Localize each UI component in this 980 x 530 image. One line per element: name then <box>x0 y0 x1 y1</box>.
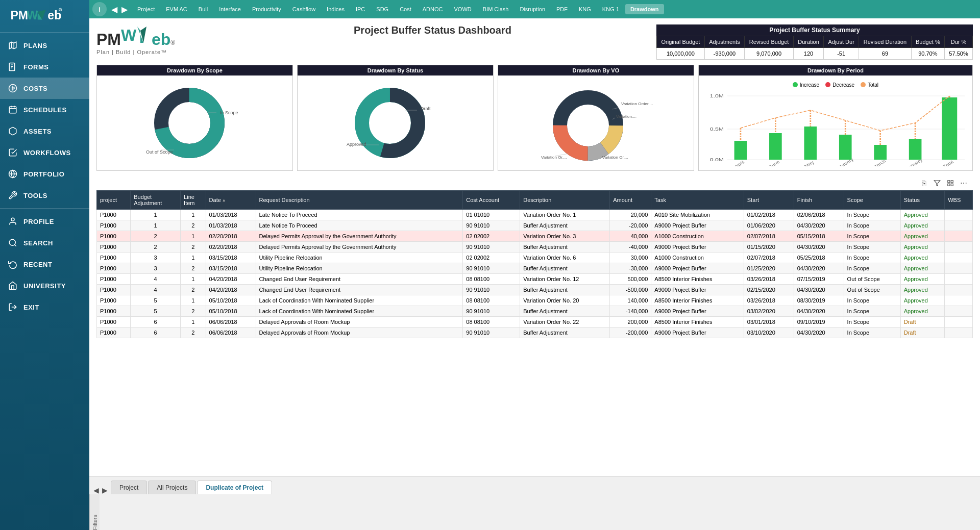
table-row[interactable]: P1000 6 2 06/06/2018 Delayed Approvals o… <box>97 327 973 338</box>
tab-drawdown[interactable]: Drawdown <box>625 4 664 14</box>
tab-productivity[interactable]: Productivity <box>247 4 286 14</box>
sidebar-item-costs[interactable]: COSTS <box>0 78 89 99</box>
th-scope[interactable]: Scope <box>844 191 900 210</box>
cell-start: 03/02/2020 <box>744 306 794 317</box>
table-row[interactable]: P1000 3 2 03/15/2018 Utility Pipeline Re… <box>97 263 973 274</box>
sidebar-item-tools[interactable]: TOOLS <box>0 185 89 206</box>
tab-bull[interactable]: Bull <box>193 4 213 14</box>
th-task[interactable]: Task <box>651 191 744 210</box>
cell-date: 02/20/2018 <box>206 231 256 242</box>
th-finish[interactable]: Finish <box>794 191 844 210</box>
table-row[interactable]: P1000 5 1 05/10/2018 Lack of Coordinatio… <box>97 295 973 306</box>
tab-vowd[interactable]: VOWD <box>449 4 477 14</box>
chart-vo-body: Variation Order.... Variation.... Variat… <box>498 75 694 170</box>
sidebar-item-university[interactable]: UNIVERSITY <box>0 275 89 296</box>
col-budget-pct: Budget % <box>911 36 944 48</box>
legend-total-label: Total <box>868 82 878 88</box>
grid-icon[interactable] <box>945 178 955 188</box>
tab-bim-clash[interactable]: BIM Clash <box>478 4 514 14</box>
table-row[interactable]: P1000 2 2 02/20/2018 Delayed Permits App… <box>97 242 973 253</box>
cell-description: Buffer Adjustment <box>520 285 610 295</box>
tab-interface[interactable]: Interface <box>214 4 246 14</box>
info-button[interactable]: i <box>92 2 107 16</box>
th-project[interactable]: project <box>97 191 131 210</box>
th-line-item[interactable]: LineItem <box>181 191 206 210</box>
cell-wbs <box>945 263 973 274</box>
nav-next-arrow[interactable]: ▶ <box>120 5 129 14</box>
nav-prev-arrow[interactable]: ◀ <box>110 5 119 14</box>
th-request-desc[interactable]: Request Description <box>256 191 463 210</box>
cell-date: 05/10/2018 <box>206 295 256 306</box>
sidebar-item-schedules[interactable]: SCHEDULES <box>0 99 89 120</box>
increase-dot <box>793 82 798 87</box>
copy-icon[interactable]: ⎘ <box>919 178 929 188</box>
table-row[interactable]: P1000 5 2 05/10/2018 Lack of Coordinatio… <box>97 306 973 317</box>
table-row[interactable]: P1000 4 2 04/20/2018 Changed End User Re… <box>97 285 973 295</box>
sidebar-item-plans[interactable]: PLANS <box>0 35 89 56</box>
filter-icon[interactable] <box>932 178 942 188</box>
th-budget-adjustment[interactable]: BudgetAdjustment <box>131 191 181 210</box>
tab-cost[interactable]: Cost <box>395 4 416 14</box>
th-description[interactable]: Description <box>520 191 610 210</box>
table-row[interactable]: P1000 2 1 02/20/2018 Delayed Permits App… <box>97 231 973 242</box>
data-table-wrapper[interactable]: project BudgetAdjustment LineItem Date ▲… <box>96 190 973 338</box>
tab-project[interactable]: Project <box>132 4 160 14</box>
th-cost-account[interactable]: Cost Account <box>463 191 520 210</box>
sidebar-item-forms[interactable]: FORMS <box>0 56 89 78</box>
chart-scope-body: In Scope Out of Scope <box>97 75 292 170</box>
cell-desc: Changed End User Requirement <box>256 274 463 285</box>
sidebar-item-assets[interactable]: ASSETS <box>0 120 89 142</box>
tab-nav-next[interactable]: ▶ <box>102 486 108 494</box>
th-date[interactable]: Date ▲ <box>206 191 256 210</box>
tab-all-projects[interactable]: All Projects <box>148 481 196 494</box>
table-row[interactable]: P1000 1 2 01/03/2018 Late Notice To Proc… <box>97 220 973 231</box>
svg-text:June: June <box>768 159 781 166</box>
cell-amount: 200,000 <box>610 317 651 327</box>
period-legend: Increase Decrease Total <box>789 80 883 90</box>
th-wbs[interactable]: WBS <box>945 191 973 210</box>
sidebar-item-workflows[interactable]: WORKFLOWS <box>0 142 89 163</box>
dashboard-area: PM W eb ® Plan | Build | Op <box>89 18 980 476</box>
sidebar-item-exit[interactable]: EXIT <box>0 296 89 318</box>
tab-cashflow[interactable]: Cashflow <box>287 4 321 14</box>
right-filter-panel[interactable]: Filters <box>89 494 100 530</box>
sidebar-item-workflows-label: WORKFLOWS <box>23 149 71 157</box>
sidebar-item-profile[interactable]: PROFILE <box>0 211 89 232</box>
cell-scope: In Scope <box>844 327 900 338</box>
table-row[interactable]: P1000 3 1 03/15/2018 Utility Pipeline Re… <box>97 253 973 263</box>
tab-disruption[interactable]: Disruption <box>514 4 550 14</box>
tab-sdg[interactable]: SDG <box>371 4 394 14</box>
cell-date: 06/06/2018 <box>206 317 256 327</box>
sidebar-item-portfolio[interactable]: PORTFOLIO <box>0 163 89 185</box>
cell-description: Variation Order No. 20 <box>520 295 610 306</box>
tab-kng1[interactable]: KNG 1 <box>597 4 624 14</box>
th-status[interactable]: Status <box>900 191 944 210</box>
tab-nav-prev[interactable]: ◀ <box>93 486 99 494</box>
sidebar-item-forms-label: FORMS <box>23 63 48 71</box>
th-amount[interactable]: Amount <box>610 191 651 210</box>
cell-wbs <box>945 242 973 253</box>
cell-description: Variation Order No. 6 <box>520 253 610 263</box>
tab-kng[interactable]: KNG <box>574 4 596 14</box>
sidebar-item-recent[interactable]: RECENT <box>0 254 89 275</box>
sidebar-item-search[interactable]: SEARCH <box>0 232 89 254</box>
tab-pdf[interactable]: PDF <box>551 4 573 14</box>
chart-scope: Drawdown By Scope In Scope Out of Scope <box>96 65 293 171</box>
tab-project-bottom[interactable]: Project <box>111 481 147 494</box>
cell-start: 03/26/2018 <box>744 274 794 285</box>
more-icon[interactable]: ⋯ <box>959 178 969 188</box>
table-row[interactable]: P1000 4 1 04/20/2018 Changed End User Re… <box>97 274 973 285</box>
tab-indices[interactable]: Indices <box>322 4 350 14</box>
tab-adnoc[interactable]: ADNOC <box>418 4 448 14</box>
table-row[interactable]: P1000 1 1 01/03/2018 Late Notice To Proc… <box>97 210 973 220</box>
cell-scope: In Scope <box>844 210 900 220</box>
cell-wbs <box>945 231 973 242</box>
table-row[interactable]: P1000 6 1 06/06/2018 Delayed Approvals o… <box>97 317 973 327</box>
cell-li: 2 <box>181 327 206 338</box>
charts-row: Drawdown By Scope In Scope Out of Scope <box>96 65 973 171</box>
th-start[interactable]: Start <box>744 191 794 210</box>
svg-text:Variation....: Variation.... <box>616 114 636 119</box>
tab-ipc[interactable]: IPC <box>351 4 370 14</box>
tab-evm-ac[interactable]: EVM AC <box>161 4 192 14</box>
tab-duplicate-of-project[interactable]: Duplicate of Project <box>197 481 272 494</box>
